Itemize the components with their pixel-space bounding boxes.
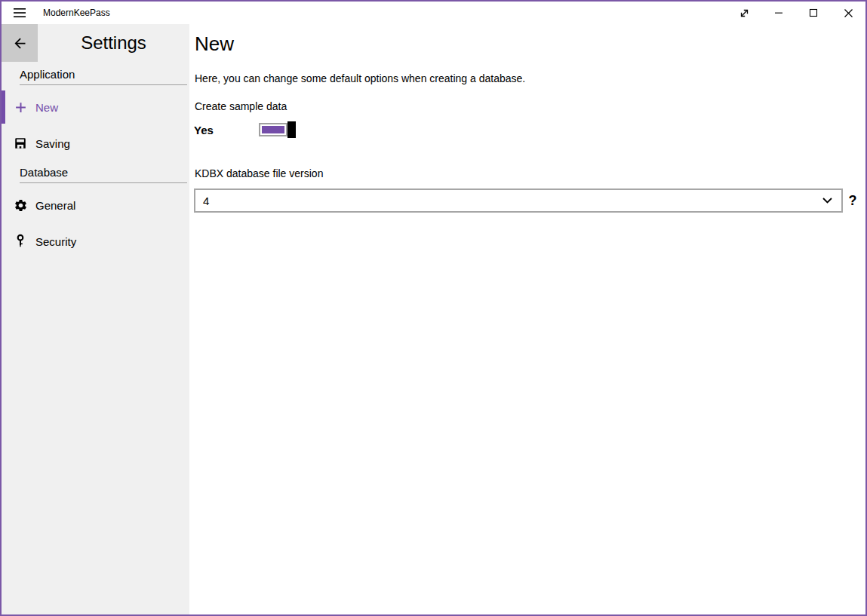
window-controls <box>727 2 865 24</box>
close-icon <box>844 8 853 18</box>
selection-indicator <box>2 90 5 124</box>
hamburger-menu-button[interactable] <box>2 2 38 24</box>
sidebar-item-label: Security <box>35 235 76 248</box>
settings-title: Settings <box>38 24 189 62</box>
sidebar-item-security[interactable]: Security <box>2 225 189 258</box>
gear-icon <box>13 198 28 213</box>
plus-icon <box>13 100 28 115</box>
titlebar: ModernKeePass <box>2 2 865 24</box>
database-nav: General Security <box>2 188 189 258</box>
sample-data-label: Create sample data <box>195 100 862 112</box>
minimize-button[interactable] <box>761 2 796 24</box>
combo-selected-value: 4 <box>203 195 209 207</box>
toggle-state-label: Yes <box>194 124 259 136</box>
sample-data-toggle-row: Yes <box>194 121 862 139</box>
application-nav: New Saving <box>2 90 189 160</box>
page-title: New <box>195 32 862 56</box>
sample-data-toggle[interactable] <box>259 121 296 138</box>
settings-sidebar: Settings Application New <box>2 24 189 614</box>
sidebar-item-label: General <box>35 199 75 212</box>
sidebar-item-label: Saving <box>35 137 70 150</box>
kdbx-version-label: KDBX database file version <box>195 167 862 179</box>
toggle-track <box>259 123 287 136</box>
help-text: ? <box>843 193 862 209</box>
kdbx-version-row: 4 ? <box>194 188 862 213</box>
sidebar-item-general[interactable]: General <box>2 188 189 222</box>
maximize-icon <box>809 8 818 17</box>
sidebar-item-new[interactable]: New <box>2 90 189 124</box>
key-icon <box>13 234 28 249</box>
sidebar-item-label: New <box>35 101 58 114</box>
app-window: ModernKeePass <box>0 0 867 616</box>
minimize-icon <box>774 8 783 17</box>
settings-page-new: New Here, you can change some default op… <box>189 24 865 614</box>
close-button[interactable] <box>831 2 865 24</box>
toggle-fill <box>262 126 284 133</box>
back-button[interactable] <box>2 24 38 62</box>
section-header-database: Database <box>20 166 187 183</box>
kdbx-version-select[interactable]: 4 <box>194 188 843 213</box>
toggle-thumb[interactable] <box>287 121 296 138</box>
maximize-button[interactable] <box>796 2 831 24</box>
chevron-down-icon <box>822 198 832 204</box>
page-description: Here, you can change some default option… <box>195 72 862 84</box>
sidebar-header: Settings <box>2 24 189 62</box>
sidebar-item-saving[interactable]: Saving <box>2 127 189 160</box>
fullscreen-button[interactable] <box>727 2 761 24</box>
back-arrow-icon <box>12 35 28 51</box>
hamburger-icon <box>14 8 26 18</box>
save-icon <box>13 136 28 151</box>
window-content: Settings Application New <box>2 24 865 614</box>
fullscreen-icon <box>738 7 751 20</box>
window-title: ModernKeePass <box>43 8 110 18</box>
section-header-application: Application <box>20 68 187 85</box>
